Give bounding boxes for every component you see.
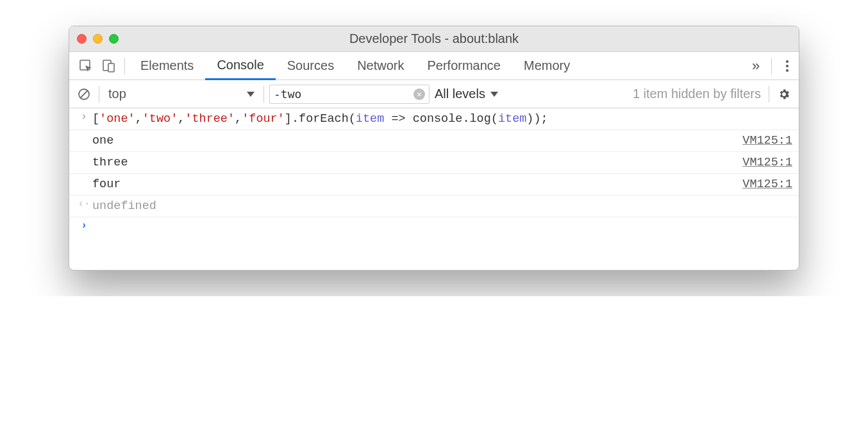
clear-console-icon[interactable] <box>74 85 94 104</box>
tab-console[interactable]: Console <box>205 52 275 80</box>
console-prompt-row[interactable]: › <box>69 217 799 270</box>
chevron-down-icon <box>247 92 255 97</box>
tab-performance[interactable]: Performance <box>416 52 513 80</box>
log-message: one <box>92 133 742 147</box>
window-controls <box>77 34 119 44</box>
minimize-window-button[interactable] <box>93 34 103 44</box>
tab-elements[interactable]: Elements <box>129 52 205 80</box>
zoom-window-button[interactable] <box>109 34 119 44</box>
log-message: four <box>92 176 742 191</box>
window-title: Developer Tools - about:blank <box>69 31 799 46</box>
hidden-items-note: 1 item hidden by filters <box>633 87 761 101</box>
divider <box>263 86 264 103</box>
inspect-element-icon[interactable] <box>74 52 97 80</box>
execution-context-selector[interactable]: top <box>104 87 258 101</box>
console-log-row: fourVM125:1 <box>69 174 799 196</box>
log-levels-label: All levels <box>435 87 485 101</box>
prompt-icon: › <box>76 220 92 231</box>
tab-memory[interactable]: Memory <box>512 52 581 80</box>
clear-filter-icon[interactable]: ✕ <box>413 88 425 100</box>
divider <box>124 58 125 74</box>
divider <box>771 58 772 74</box>
console-input-row: › ['one','two','three','four'].forEach(i… <box>69 108 799 130</box>
console-log-row: oneVM125:1 <box>69 130 799 152</box>
divider <box>99 86 99 103</box>
log-source-link[interactable]: VM125:1 <box>742 155 792 169</box>
console-output: › ['one','two','three','four'].forEach(i… <box>69 108 799 270</box>
tab-sources[interactable]: Sources <box>276 52 346 80</box>
svg-rect-2 <box>108 63 114 72</box>
panel-tabbar: ElementsConsoleSourcesNetworkPerformance… <box>69 52 799 80</box>
input-prompt-icon: › <box>76 111 92 122</box>
close-window-button[interactable] <box>77 34 87 44</box>
execution-context-label: top <box>108 87 126 101</box>
console-return-row: ‹· undefined <box>69 196 799 217</box>
filter-input[interactable]: -two ✕ <box>269 85 430 104</box>
divider <box>769 86 769 103</box>
settings-menu-icon[interactable] <box>776 60 799 72</box>
log-message: three <box>92 155 742 169</box>
titlebar[interactable]: Developer Tools - about:blank <box>69 26 799 52</box>
log-levels-selector[interactable]: All levels <box>435 87 498 101</box>
console-log-row: threeVM125:1 <box>69 152 799 174</box>
more-tabs-button[interactable]: » <box>744 58 767 74</box>
console-toolbar: top -two ✕ All levels 1 item hidden by f… <box>69 80 799 108</box>
console-settings-icon[interactable] <box>774 85 794 104</box>
prompt-input[interactable] <box>92 220 792 221</box>
tab-network[interactable]: Network <box>346 52 415 80</box>
devtools-window: Developer Tools - about:blank ElementsCo… <box>69 26 799 271</box>
device-toolbar-icon[interactable] <box>97 52 121 80</box>
log-source-link[interactable]: VM125:1 <box>742 176 792 191</box>
filter-value: -two <box>274 87 301 101</box>
chevron-down-icon <box>490 92 498 97</box>
return-value: undefined <box>92 198 792 213</box>
return-arrow-icon: ‹· <box>76 198 92 210</box>
log-source-link[interactable]: VM125:1 <box>742 133 792 147</box>
console-input-code: ['one','two','three','four'].forEach(ite… <box>92 111 792 126</box>
